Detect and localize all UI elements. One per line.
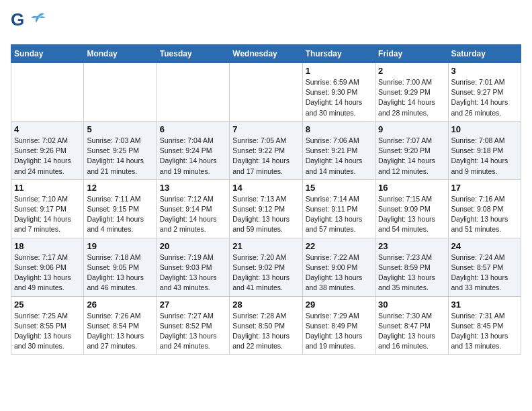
day-info: Sunrise: 7:15 AM Sunset: 9:09 PM Dayligh… [378,194,445,235]
day-info: Sunrise: 7:22 AM Sunset: 9:00 PM Dayligh… [306,253,372,293]
day-info: Sunrise: 7:10 AM Sunset: 9:17 PM Dayligh… [14,194,81,235]
calendar-cell: 20Sunrise: 7:19 AM Sunset: 9:03 PM Dayli… [157,238,229,296]
calendar-cell: 5Sunrise: 7:03 AM Sunset: 9:25 PM Daylig… [84,121,157,179]
day-info: Sunrise: 7:07 AM Sunset: 9:20 PM Dayligh… [378,136,445,177]
day-number: 8 [306,124,372,134]
day-number: 16 [378,183,445,193]
col-header-saturday: Saturday [448,45,521,63]
day-number: 28 [232,300,299,310]
day-info: Sunrise: 7:00 AM Sunset: 9:29 PM Dayligh… [378,77,445,118]
day-number: 9 [378,124,445,134]
calendar-cell: 23Sunrise: 7:23 AM Sunset: 8:59 PM Dayli… [375,238,448,296]
day-info: Sunrise: 7:03 AM Sunset: 9:25 PM Dayligh… [87,136,153,177]
week-row-4: 18Sunrise: 7:17 AM Sunset: 9:06 PM Dayli… [11,238,521,296]
calendar-cell: 8Sunrise: 7:06 AM Sunset: 9:21 PM Daylig… [302,121,375,179]
day-info: Sunrise: 7:23 AM Sunset: 8:59 PM Dayligh… [378,253,445,293]
day-number: 7 [232,124,299,134]
calendar-cell: 13Sunrise: 7:12 AM Sunset: 9:14 PM Dayli… [157,179,229,238]
calendar-cell: 21Sunrise: 7:20 AM Sunset: 9:02 PM Dayli… [230,238,302,296]
col-header-tuesday: Tuesday [157,45,229,63]
day-number: 6 [160,124,226,134]
calendar-cell: 26Sunrise: 7:26 AM Sunset: 8:54 PM Dayli… [84,296,157,355]
col-header-monday: Monday [84,45,157,63]
week-row-5: 25Sunrise: 7:25 AM Sunset: 8:55 PM Dayli… [11,296,521,355]
logo: G [11,11,46,38]
calendar-cell: 6Sunrise: 7:04 AM Sunset: 9:24 PM Daylig… [157,121,229,179]
calendar-cell: 27Sunrise: 7:27 AM Sunset: 8:52 PM Dayli… [157,296,229,355]
day-info: Sunrise: 7:19 AM Sunset: 9:03 PM Dayligh… [160,253,226,293]
day-number: 12 [87,183,153,193]
day-number: 1 [306,66,372,76]
day-number: 26 [87,300,153,310]
day-number: 13 [160,183,226,193]
day-number: 15 [306,183,372,193]
calendar-cell: 19Sunrise: 7:18 AM Sunset: 9:05 PM Dayli… [84,238,157,296]
day-number: 11 [14,183,81,193]
day-number: 31 [451,300,518,310]
calendar-cell: 2Sunrise: 7:00 AM Sunset: 9:29 PM Daylig… [375,63,448,122]
calendar-cell [230,63,302,122]
calendar-cell: 31Sunrise: 7:31 AM Sunset: 8:45 PM Dayli… [448,296,521,355]
day-info: Sunrise: 7:14 AM Sunset: 9:11 PM Dayligh… [306,194,372,235]
calendar-cell: 11Sunrise: 7:10 AM Sunset: 9:17 PM Dayli… [11,179,84,238]
day-number: 14 [232,183,299,193]
day-info: Sunrise: 7:04 AM Sunset: 9:24 PM Dayligh… [160,136,226,177]
calendar-cell: 7Sunrise: 7:05 AM Sunset: 9:22 PM Daylig… [230,121,302,179]
calendar-cell: 30Sunrise: 7:30 AM Sunset: 8:47 PM Dayli… [375,296,448,355]
day-info: Sunrise: 7:08 AM Sunset: 9:18 PM Dayligh… [451,136,518,177]
col-header-thursday: Thursday [302,45,375,63]
calendar-cell: 25Sunrise: 7:25 AM Sunset: 8:55 PM Dayli… [11,296,84,355]
day-info: Sunrise: 7:26 AM Sunset: 8:54 PM Dayligh… [87,311,153,352]
day-number: 19 [87,241,153,251]
calendar-cell: 29Sunrise: 7:29 AM Sunset: 8:49 PM Dayli… [302,296,375,355]
day-info: Sunrise: 7:18 AM Sunset: 9:05 PM Dayligh… [87,253,153,293]
day-number: 21 [232,241,299,251]
day-info: Sunrise: 7:16 AM Sunset: 9:08 PM Dayligh… [451,194,518,235]
day-number: 25 [14,300,81,310]
calendar-cell: 24Sunrise: 7:24 AM Sunset: 8:57 PM Dayli… [448,238,521,296]
calendar-cell: 16Sunrise: 7:15 AM Sunset: 9:09 PM Dayli… [375,179,448,238]
day-number: 18 [14,241,81,251]
week-row-3: 11Sunrise: 7:10 AM Sunset: 9:17 PM Dayli… [11,179,521,238]
day-number: 27 [160,300,226,310]
day-info: Sunrise: 7:29 AM Sunset: 8:49 PM Dayligh… [306,311,372,352]
day-number: 5 [87,124,153,134]
day-number: 4 [14,124,81,134]
calendar-cell: 22Sunrise: 7:22 AM Sunset: 9:00 PM Dayli… [302,238,375,296]
calendar-cell: 18Sunrise: 7:17 AM Sunset: 9:06 PM Dayli… [11,238,84,296]
day-info: Sunrise: 7:17 AM Sunset: 9:06 PM Dayligh… [14,253,81,293]
calendar-cell [157,63,229,122]
header: G [11,11,521,38]
calendar-cell: 3Sunrise: 7:01 AM Sunset: 9:27 PM Daylig… [448,63,521,122]
day-info: Sunrise: 7:30 AM Sunset: 8:47 PM Dayligh… [378,311,445,352]
col-header-wednesday: Wednesday [230,45,302,63]
day-number: 23 [378,241,445,251]
calendar-cell: 4Sunrise: 7:02 AM Sunset: 9:26 PM Daylig… [11,121,84,179]
calendar-cell [84,63,157,122]
col-header-sunday: Sunday [11,45,84,63]
day-info: Sunrise: 7:24 AM Sunset: 8:57 PM Dayligh… [451,253,518,293]
week-row-1: 1Sunrise: 6:59 AM Sunset: 9:30 PM Daylig… [11,63,521,122]
col-header-friday: Friday [375,45,448,63]
day-number: 20 [160,241,226,251]
calendar-cell: 1Sunrise: 6:59 AM Sunset: 9:30 PM Daylig… [302,63,375,122]
calendar-cell: 14Sunrise: 7:13 AM Sunset: 9:12 PM Dayli… [230,179,302,238]
calendar-cell [11,63,84,122]
calendar-cell: 10Sunrise: 7:08 AM Sunset: 9:18 PM Dayli… [448,121,521,179]
day-number: 24 [451,241,518,251]
calendar-cell: 9Sunrise: 7:07 AM Sunset: 9:20 PM Daylig… [375,121,448,179]
day-info: Sunrise: 7:31 AM Sunset: 8:45 PM Dayligh… [451,311,518,352]
day-number: 10 [451,124,518,134]
calendar-cell: 12Sunrise: 7:11 AM Sunset: 9:15 PM Dayli… [84,179,157,238]
day-info: Sunrise: 7:27 AM Sunset: 8:52 PM Dayligh… [160,311,226,352]
day-info: Sunrise: 6:59 AM Sunset: 9:30 PM Dayligh… [306,77,372,118]
calendar-cell: 17Sunrise: 7:16 AM Sunset: 9:08 PM Dayli… [448,179,521,238]
calendar-cell: 28Sunrise: 7:28 AM Sunset: 8:50 PM Dayli… [230,296,302,355]
day-number: 2 [378,66,445,76]
day-info: Sunrise: 7:02 AM Sunset: 9:26 PM Dayligh… [14,136,81,177]
week-row-2: 4Sunrise: 7:02 AM Sunset: 9:26 PM Daylig… [11,121,521,179]
day-info: Sunrise: 7:20 AM Sunset: 9:02 PM Dayligh… [232,253,299,293]
day-info: Sunrise: 7:11 AM Sunset: 9:15 PM Dayligh… [87,194,153,235]
day-number: 30 [378,300,445,310]
day-number: 22 [306,241,372,251]
